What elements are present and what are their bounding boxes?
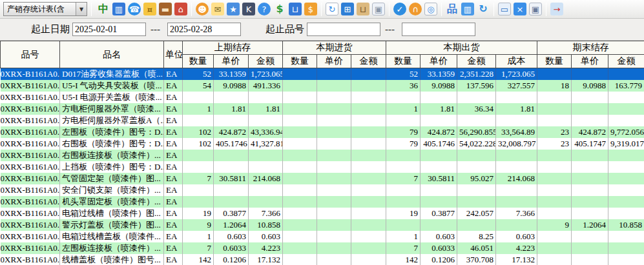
- value-cell[interactable]: [572, 68, 608, 81]
- table-row[interactable]: 0XRX-B1161A0...安全门锁支架（喷漆件）...EA: [1, 184, 644, 196]
- customer-price-icon[interactable]: $: [304, 3, 317, 15]
- value-cell[interactable]: [283, 196, 317, 208]
- value-cell[interactable]: [572, 161, 608, 173]
- value-cell[interactable]: [537, 161, 572, 173]
- value-cell[interactable]: [572, 208, 608, 219]
- value-cell[interactable]: [496, 150, 537, 161]
- col-header-unit[interactable]: 单位: [164, 41, 183, 68]
- value-cell[interactable]: [351, 138, 386, 150]
- value-cell[interactable]: [317, 92, 351, 103]
- item-no-cell[interactable]: 0XRX-B1161A0...: [1, 103, 60, 115]
- value-cell[interactable]: 1.81: [496, 103, 537, 115]
- value-cell[interactable]: [351, 126, 386, 138]
- value-cell[interactable]: 19: [386, 208, 421, 219]
- value-cell[interactable]: [249, 184, 283, 196]
- value-cell[interactable]: [537, 196, 572, 208]
- value-cell[interactable]: [457, 92, 496, 103]
- value-cell[interactable]: [317, 231, 351, 242]
- item-no-cell[interactable]: 0XRX-B1161A0...: [1, 115, 60, 126]
- value-cell[interactable]: 9.0988: [572, 80, 608, 92]
- item-no-cell[interactable]: 0XRX-B1161A0...: [1, 208, 60, 219]
- value-cell[interactable]: [537, 254, 572, 265]
- item-no-cell[interactable]: 0XRX-B1161A0...: [1, 184, 60, 196]
- value-cell[interactable]: [351, 184, 386, 196]
- value-cell[interactable]: [457, 184, 496, 196]
- unit-cell[interactable]: EA: [164, 219, 183, 231]
- value-cell[interactable]: [214, 196, 249, 208]
- calculator-icon[interactable]: ⊞: [341, 3, 354, 15]
- value-cell[interactable]: [537, 184, 572, 196]
- col-header-prev-amount[interactable]: 金额: [249, 55, 283, 68]
- value-cell[interactable]: [351, 242, 386, 254]
- value-cell[interactable]: [537, 150, 572, 161]
- unit-cell[interactable]: EA: [164, 126, 183, 138]
- value-cell[interactable]: 0.603: [496, 231, 537, 242]
- value-cell[interactable]: [317, 173, 351, 184]
- value-cell[interactable]: [537, 208, 572, 219]
- copy-documents-icon[interactable]: ▣: [372, 3, 385, 15]
- remote-desktop-icon[interactable]: ▥: [461, 3, 474, 15]
- item-no-cell[interactable]: 0XRX-B1161A0...: [1, 92, 60, 103]
- item-name-cell[interactable]: 右围板连接板（喷漆件）...: [60, 150, 164, 161]
- value-cell[interactable]: [183, 184, 214, 196]
- table-row[interactable]: 0XRX-B1161A0...警示灯盖板（喷漆件）图...EA91.206410…: [1, 219, 644, 231]
- unit-cell[interactable]: EA: [164, 68, 183, 81]
- value-cell[interactable]: [608, 231, 644, 242]
- item-name-cell[interactable]: 安全门锁支架（喷漆件）...: [60, 184, 164, 196]
- value-cell[interactable]: [214, 115, 249, 126]
- value-cell[interactable]: [283, 208, 317, 219]
- unit-cell[interactable]: EA: [164, 184, 183, 196]
- col-header-out-price[interactable]: 单价: [421, 55, 457, 68]
- value-cell[interactable]: 52: [183, 68, 214, 81]
- value-cell[interactable]: [317, 126, 351, 138]
- value-cell[interactable]: [351, 231, 386, 242]
- value-cell[interactable]: [283, 80, 317, 92]
- value-cell[interactable]: 0.1206: [421, 254, 457, 265]
- alert-bell-icon[interactable]: ∩: [409, 3, 422, 15]
- table-row[interactable]: 0XRX-B1161A0...线槽盖板（喷漆件）图号...EA1420.1206…: [1, 254, 644, 265]
- value-cell[interactable]: 0.1206: [214, 254, 249, 265]
- value-cell[interactable]: [183, 161, 214, 173]
- item-name-cell[interactable]: U5-I 气动夹具安装板（喷...: [60, 80, 164, 92]
- table-row[interactable]: 0XRX-B1161A0...电箱过线槽（喷漆件）图...EA190.38777…: [1, 208, 644, 219]
- value-cell[interactable]: [572, 254, 608, 265]
- refresh-icon[interactable]: ↻: [477, 3, 490, 15]
- value-cell[interactable]: 10.858: [608, 219, 644, 231]
- value-cell[interactable]: [317, 219, 351, 231]
- item-no-cell[interactable]: 0XRX-B1161A0...: [1, 161, 60, 173]
- value-cell[interactable]: 1,723.065: [249, 68, 283, 81]
- value-cell[interactable]: [317, 103, 351, 115]
- group-header-period-shipments[interactable]: 本期出货: [386, 41, 537, 55]
- value-cell[interactable]: [183, 115, 214, 126]
- value-cell[interactable]: 424.872: [214, 126, 249, 138]
- value-cell[interactable]: [496, 196, 537, 208]
- value-cell[interactable]: 214.068: [249, 173, 283, 184]
- value-cell[interactable]: [249, 196, 283, 208]
- value-cell[interactable]: 0.603: [214, 231, 249, 242]
- value-cell[interactable]: [283, 173, 317, 184]
- value-cell[interactable]: 214.068: [496, 173, 537, 184]
- value-cell[interactable]: 19: [183, 208, 214, 219]
- value-cell[interactable]: 102: [183, 138, 214, 150]
- item-name-cell[interactable]: 方电柜伺服器外罩（喷漆...: [60, 103, 164, 115]
- value-cell[interactable]: [496, 219, 537, 231]
- value-cell[interactable]: [283, 242, 317, 254]
- value-cell[interactable]: [317, 161, 351, 173]
- col-header-item-no[interactable]: 品号: [1, 41, 60, 68]
- value-cell[interactable]: 405.1747: [572, 138, 608, 150]
- table-row[interactable]: 0XRX-B1161A0...机头罩固定板（喷漆件）...EA: [1, 196, 644, 208]
- value-cell[interactable]: 33.1359: [214, 68, 249, 81]
- value-cell[interactable]: [351, 161, 386, 173]
- value-cell[interactable]: 43,336.946: [249, 126, 283, 138]
- contact-phone-icon[interactable]: ☎: [128, 3, 141, 15]
- value-cell[interactable]: 36: [386, 80, 421, 92]
- item-name-cell[interactable]: 电箱过线槽盖板（喷漆件...: [60, 231, 164, 242]
- value-cell[interactable]: 4.223: [496, 242, 537, 254]
- value-cell[interactable]: 137.596: [457, 80, 496, 92]
- value-cell[interactable]: 23: [537, 126, 572, 138]
- value-cell[interactable]: [351, 68, 386, 81]
- col-header-end-amount[interactable]: 金额: [608, 55, 644, 68]
- value-cell[interactable]: 1,723.065: [496, 68, 537, 81]
- table-row[interactable]: 0XRX-B1161A0...左围板（喷漆件）图号：D...EA102424.8…: [1, 126, 644, 138]
- value-cell[interactable]: 7.366: [496, 208, 537, 219]
